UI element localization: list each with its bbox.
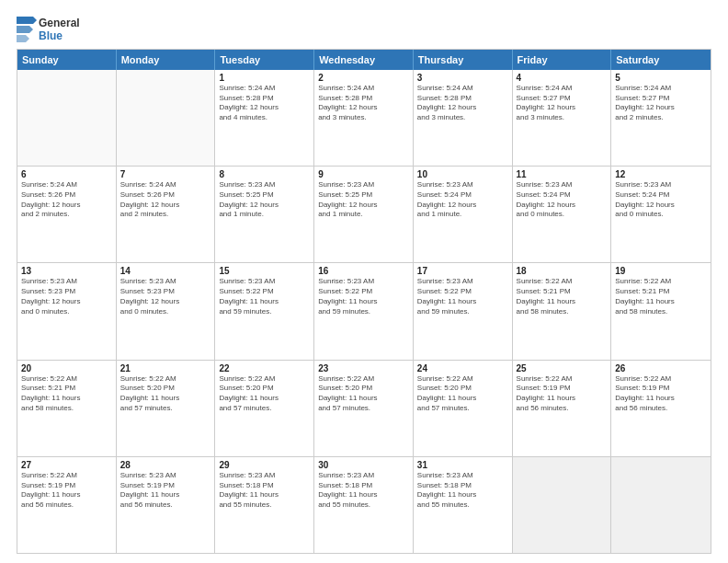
day-number: 24 [417,363,508,373]
cell-text-line: and 55 minutes. [417,500,508,511]
cell-text-line: Sunrise: 5:24 AM [219,84,310,94]
calendar-cell: 18Sunrise: 5:22 AMSunset: 5:21 PMDayligh… [513,263,612,359]
cell-text-line: and 0 minutes. [120,307,211,317]
cell-text-line: Sunrise: 5:24 AM [120,180,211,190]
cell-text-line: Sunrise: 5:23 AM [219,277,310,287]
cell-text-line: Sunrise: 5:23 AM [417,277,508,287]
cell-text-line: Sunset: 5:28 PM [417,94,508,104]
cell-text-line: Sunset: 5:23 PM [21,287,112,297]
header-day-thursday: Thursday [414,50,513,70]
day-number: 15 [219,266,310,276]
cell-text-line: and 56 minutes. [615,404,707,414]
header-day-wednesday: Wednesday [314,50,414,70]
calendar-cell: 28Sunrise: 5:23 AMSunset: 5:19 PMDayligh… [117,457,216,553]
cell-text-line: Sunset: 5:18 PM [417,481,508,491]
day-number: 31 [417,460,508,470]
cell-text-line: Sunrise: 5:23 AM [417,471,508,481]
day-number: 2 [318,73,409,83]
cell-text-line: Daylight: 11 hours [120,394,211,404]
cell-text-line: Sunrise: 5:23 AM [517,180,608,190]
cell-text-line: Daylight: 11 hours [615,394,707,404]
day-number: 7 [120,169,211,179]
cell-text-line: and 56 minutes. [517,404,608,414]
day-number: 14 [120,266,211,276]
calendar-cell: 7Sunrise: 5:24 AMSunset: 5:26 PMDaylight… [117,167,216,262]
cell-text-line: Daylight: 11 hours [417,490,508,500]
cell-text-line: and 1 minute. [219,210,310,220]
logo-general: General [39,17,80,29]
calendar-cell: 1Sunrise: 5:24 AMSunset: 5:28 PMDaylight… [215,70,314,166]
cell-text-line: Sunset: 5:21 PM [21,384,112,394]
svg-marker-1 [17,26,33,33]
calendar-cell: 27Sunrise: 5:22 AMSunset: 5:19 PMDayligh… [17,457,117,553]
cell-text-line: Sunrise: 5:23 AM [120,471,211,481]
cell-text-line: and 0 minutes. [615,210,707,220]
cell-text-line: Sunset: 5:22 PM [417,287,508,297]
calendar-cell: 22Sunrise: 5:22 AMSunset: 5:20 PMDayligh… [215,361,314,456]
cell-text-line: Sunset: 5:18 PM [318,481,409,491]
cell-text-line: and 55 minutes. [318,500,409,511]
calendar-cell: 12Sunrise: 5:23 AMSunset: 5:24 PMDayligh… [611,167,711,262]
calendar-cell: 16Sunrise: 5:23 AMSunset: 5:22 PMDayligh… [314,263,414,359]
calendar-cell: 13Sunrise: 5:23 AMSunset: 5:23 PMDayligh… [17,263,117,359]
cell-text-line: Sunrise: 5:23 AM [219,180,310,190]
cell-text-line: Sunset: 5:20 PM [120,384,211,394]
calendar-cell: 21Sunrise: 5:22 AMSunset: 5:20 PMDayligh… [117,361,216,456]
day-number: 11 [517,169,608,179]
cell-text-line: Daylight: 11 hours [517,394,608,404]
cell-text-line: and 59 minutes. [318,307,409,317]
calendar-cell: 30Sunrise: 5:23 AMSunset: 5:18 PMDayligh… [314,457,414,553]
calendar-header: SundayMondayTuesdayWednesdayThursdayFrid… [17,50,711,70]
cell-text-line: Sunset: 5:25 PM [219,190,310,201]
cell-text-line: Sunrise: 5:22 AM [517,277,608,287]
day-number: 8 [219,169,310,179]
cell-text-line: Sunset: 5:26 PM [120,190,211,201]
cell-text-line: Sunrise: 5:23 AM [318,180,409,190]
cell-text-line: Sunset: 5:26 PM [21,190,112,201]
cell-text-line: Sunrise: 5:22 AM [120,374,211,385]
header-row: General Blue [17,13,711,43]
calendar-cell [17,70,117,166]
cell-text-line: Daylight: 12 hours [517,201,608,211]
logo: General Blue [17,17,80,43]
logo-blue: Blue [39,29,80,42]
logo-container: General Blue [17,17,80,43]
day-number: 16 [318,266,409,276]
header-day-sunday: Sunday [17,50,117,70]
cell-text-line: Sunset: 5:27 PM [517,94,608,104]
cell-text-line: Daylight: 11 hours [517,297,608,307]
svg-marker-2 [17,35,29,42]
cell-text-line: and 2 minutes. [120,210,211,220]
cell-text-line: and 59 minutes. [417,307,508,317]
cell-text-line: Sunrise: 5:24 AM [615,84,707,94]
calendar-cell: 8Sunrise: 5:23 AMSunset: 5:25 PMDaylight… [215,167,314,262]
cell-text-line: Sunset: 5:28 PM [219,94,310,104]
calendar-cell: 31Sunrise: 5:23 AMSunset: 5:18 PMDayligh… [414,457,513,553]
cell-text-line: Sunrise: 5:22 AM [21,471,112,481]
logo-icon [17,17,37,42]
calendar-cell: 14Sunrise: 5:23 AMSunset: 5:23 PMDayligh… [117,263,216,359]
cell-text-line: Sunset: 5:27 PM [615,94,707,104]
cell-text-line: and 4 minutes. [219,113,310,123]
day-number: 4 [517,73,608,83]
cell-text-line: Sunset: 5:24 PM [517,190,608,201]
calendar: SundayMondayTuesdayWednesdayThursdayFrid… [17,49,711,554]
cell-text-line: Sunset: 5:19 PM [21,481,112,491]
calendar-cell: 6Sunrise: 5:24 AMSunset: 5:26 PMDaylight… [17,167,117,262]
calendar-row-3: 20Sunrise: 5:22 AMSunset: 5:21 PMDayligh… [17,360,711,456]
cell-text-line: Daylight: 11 hours [120,490,211,500]
calendar-cell [611,457,711,553]
day-number: 23 [318,363,409,373]
cell-text-line: Daylight: 11 hours [318,490,409,500]
calendar-cell: 11Sunrise: 5:23 AMSunset: 5:24 PMDayligh… [513,167,612,262]
calendar-cell: 25Sunrise: 5:22 AMSunset: 5:19 PMDayligh… [513,361,612,456]
cell-text-line: and 57 minutes. [318,404,409,414]
cell-text-line: and 58 minutes. [615,307,707,317]
cell-text-line: Sunset: 5:22 PM [219,287,310,297]
cell-text-line: Daylight: 11 hours [219,394,310,404]
calendar-row-4: 27Sunrise: 5:22 AMSunset: 5:19 PMDayligh… [17,456,711,553]
cell-text-line: Sunrise: 5:23 AM [219,471,310,481]
cell-text-line: Daylight: 11 hours [417,297,508,307]
cell-text-line: Sunset: 5:20 PM [318,384,409,394]
calendar-cell [117,70,216,166]
